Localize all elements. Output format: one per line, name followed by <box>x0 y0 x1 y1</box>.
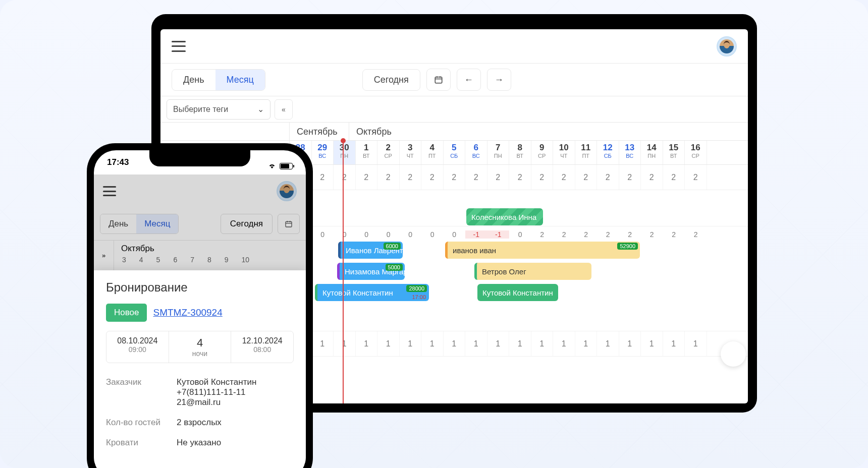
sheet-title: Бронирование <box>106 280 294 295</box>
checkin-date: 08.10.2024 <box>110 336 166 345</box>
event-kolesnikova[interactable]: Колесникова Инна <box>466 208 543 225</box>
menu-icon[interactable] <box>103 186 116 196</box>
nights-count: 4 <box>172 336 228 349</box>
beds-value: Не указано <box>177 438 221 448</box>
event-ivanovl[interactable]: Иванов Лаврентий 6000 <box>338 242 403 259</box>
svg-rect-4 <box>286 221 292 227</box>
next-button[interactable]: → <box>487 69 511 91</box>
nights-label: ночи <box>172 349 228 358</box>
count-cell: 2 <box>663 230 685 239</box>
count-cell: 0 <box>356 230 378 239</box>
calendar-icon[interactable] <box>426 69 451 91</box>
count-cell: -1 <box>487 230 510 239</box>
day-cell[interactable]: 13ВС <box>619 141 641 164</box>
tags-select[interactable]: Выберите теги ⌄ <box>167 99 270 120</box>
menu-icon[interactable] <box>172 41 186 52</box>
booking-id-link[interactable]: SMTMZ-300924 <box>153 307 222 318</box>
count-cell: 0 <box>444 230 466 239</box>
tab-month[interactable]: Месяц <box>215 70 265 90</box>
count-cell: 2 <box>531 230 554 239</box>
tab-month[interactable]: Месяц <box>136 214 178 233</box>
calendar-icon[interactable] <box>278 214 300 234</box>
price-badge: 52900 <box>617 243 638 250</box>
count-cell: 2 <box>575 230 598 239</box>
day-cell[interactable]: 29ВС <box>312 141 334 164</box>
phone-day: 5 <box>156 256 160 264</box>
phone-toolbar: День Месяц Сегодня <box>94 208 306 240</box>
expand-button[interactable]: » <box>94 241 114 270</box>
day-cell[interactable]: 6ВС <box>465 141 487 164</box>
tab-day[interactable]: День <box>172 70 215 90</box>
phone-calendar-header: » Октябрь 345678910 <box>94 240 306 270</box>
notch <box>149 150 250 166</box>
count-cell: 0 <box>421 230 444 239</box>
day-cell[interactable]: 11ПТ <box>575 141 598 164</box>
customer-name: Кутовой Константин <box>177 377 256 387</box>
collapse-button[interactable]: « <box>275 99 293 120</box>
day-cell[interactable]: 30ПН <box>334 141 356 164</box>
filter-bar: Выберите теги ⌄ « <box>160 96 748 122</box>
event-ivanovi[interactable]: иванов иван 52900 <box>445 242 640 259</box>
event-nizamova[interactable]: Низамова Маргари 5000 <box>337 263 405 280</box>
day-cell[interactable]: 15ВТ <box>663 141 685 164</box>
today-button[interactable]: Сегодня <box>221 214 273 234</box>
day-cell[interactable]: 1ВТ <box>356 141 378 164</box>
day-cell[interactable]: 14ПН <box>641 141 663 164</box>
booking-sheet: Бронирование Новое SMTMZ-300924 08.10.20… <box>94 270 306 468</box>
event-vetrov[interactable]: Ветров Олег <box>474 263 591 280</box>
count-cell: 0 <box>377 230 400 239</box>
customer-label: Заказчик <box>106 377 177 407</box>
day-cell[interactable]: 5СБ <box>444 141 466 164</box>
status-badge: Новое <box>106 304 147 322</box>
price-badge: 6000 <box>384 243 401 250</box>
svg-rect-0 <box>435 77 442 83</box>
tab-day[interactable]: День <box>100 214 136 233</box>
month-sept: Сентябрь <box>290 123 349 140</box>
event-time: 17:00 <box>412 294 426 300</box>
event-name: Кутовой Константин <box>482 288 553 297</box>
customer-row: Заказчик Кутовой Константин +7(811)111-1… <box>106 372 294 413</box>
count-cell: 2 <box>641 230 663 239</box>
checkout-time: 08:00 <box>234 345 290 354</box>
prev-button[interactable]: ← <box>457 69 481 91</box>
phone-day: 9 <box>225 256 229 264</box>
event-name: Кутовой Константин <box>322 288 393 297</box>
today-button[interactable]: Сегодня <box>362 69 420 91</box>
phone-day: 4 <box>139 256 143 264</box>
phone-header <box>94 174 306 208</box>
count-cell: 0 <box>400 230 422 239</box>
day-cell[interactable]: 10ЧТ <box>553 141 575 164</box>
event-kutovoi2[interactable]: Кутовой Константин <box>477 284 558 301</box>
customer-phone: +7(811)111-11-11 <box>177 387 256 397</box>
day-cell[interactable]: 7ПН <box>487 141 510 164</box>
count-cell: 2 <box>553 230 575 239</box>
battery-icon <box>280 163 293 169</box>
month-oct: Октябрь <box>349 123 399 140</box>
phone-day: 3 <box>122 256 126 264</box>
months-row: Сентябрь Октябрь <box>160 123 748 141</box>
avatar[interactable] <box>277 181 297 201</box>
today-indicator <box>343 141 344 403</box>
status-time: 17:43 <box>107 157 129 174</box>
phone-day: 6 <box>173 256 177 264</box>
day-cell[interactable]: 8ВТ <box>509 141 531 164</box>
day-cell[interactable]: 9СР <box>531 141 554 164</box>
dates-summary: 08.10.2024 09:00 4 ночи 12.10.2024 08:00 <box>106 331 294 363</box>
chevron-down-icon: ⌄ <box>257 104 264 114</box>
day-cell[interactable]: 16СР <box>685 141 707 164</box>
checkin-time: 09:00 <box>110 345 166 354</box>
count-cell: 0 <box>312 230 334 239</box>
avatar[interactable] <box>717 36 737 56</box>
day-cell[interactable]: 2СР <box>377 141 400 164</box>
desktop-toolbar: День Месяц Сегодня ← → <box>160 64 748 96</box>
scroll-hint[interactable] <box>721 341 746 367</box>
day-cell[interactable]: 12СБ <box>597 141 619 164</box>
day-cell[interactable]: 3ЧТ <box>400 141 422 164</box>
month-label: Октябрь <box>121 244 299 254</box>
price-badge: 28000 <box>406 285 427 292</box>
count-cell: 2 <box>619 230 641 239</box>
day-cell[interactable]: 4ПТ <box>421 141 444 164</box>
desktop-header <box>160 29 748 64</box>
checkout-date: 12.10.2024 <box>234 336 290 345</box>
event-kutovoi1[interactable]: Кутовой Константин 28000 17:00 <box>315 284 429 301</box>
